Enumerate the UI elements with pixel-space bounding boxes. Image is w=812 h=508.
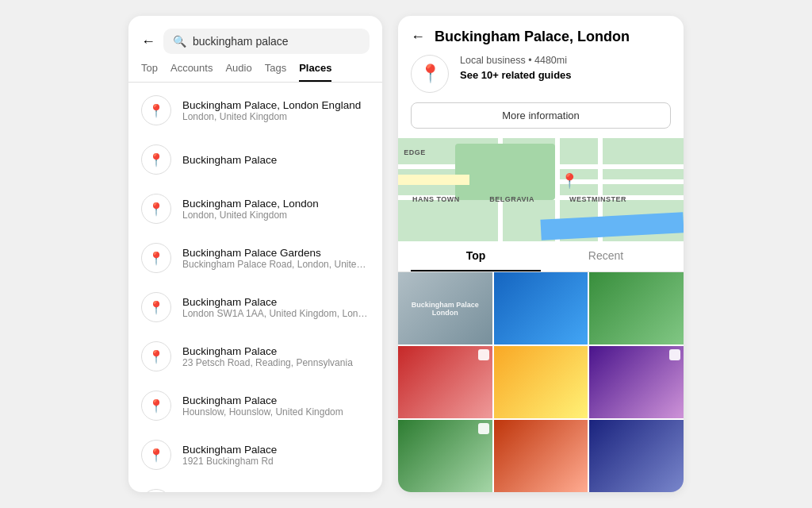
photo-inner — [494, 272, 588, 344]
list-item[interactable]: 📍Buckingham PalaceLondon SW1A 1AA, Unite… — [128, 283, 382, 332]
result-name: Buckingham Palace, London England — [182, 99, 370, 111]
result-text: Buckingham Palace GardensBuckingham Pala… — [182, 247, 370, 270]
tab-tags[interactable]: Tags — [265, 62, 286, 82]
place-title: Buckingham Palace, London — [435, 29, 630, 45]
detail-tabs: TopRecent — [398, 241, 684, 272]
tab-places[interactable]: Places — [299, 62, 331, 82]
result-name: Buckingham Palace, London — [182, 198, 370, 210]
location-icon-wrap: 📍 — [141, 489, 171, 492]
photo-inner: Buckingham Palace London — [398, 272, 492, 344]
location-icon-wrap: 📍 — [141, 243, 171, 273]
result-text: Buckingham Palace1921 Buckingham Rd — [182, 444, 370, 467]
result-subtitle: Buckingham Palace Road, London, United K… — [182, 259, 370, 270]
search-bar[interactable]: 🔍 buckingham palace — [163, 29, 370, 54]
tab-accounts[interactable]: Accounts — [170, 62, 213, 82]
photo-multi-icon — [478, 349, 489, 360]
photo-cell[interactable] — [589, 420, 684, 492]
photo-multi-icon — [478, 423, 489, 434]
map-label-edge: EDGE — [404, 148, 426, 156]
photo-cell[interactable] — [398, 346, 492, 418]
detail-tab-recent[interactable]: Recent — [541, 241, 671, 271]
photo-grid: Buckingham Palace London — [398, 272, 684, 492]
list-item[interactable]: 📍Buckingham Palace, LondonLondon, United… — [128, 184, 382, 233]
tab-audio[interactable]: Audio — [225, 62, 251, 82]
photo-cell[interactable] — [589, 272, 684, 344]
search-tabs: TopAccountsAudioTagsPlaces — [128, 54, 382, 83]
photo-cell[interactable]: Buckingham Palace London — [398, 272, 492, 344]
result-text: Buckingham PalaceLondon SW1A 1AA, United… — [182, 296, 370, 319]
photo-multi-icon — [669, 349, 680, 360]
app-container: ← 🔍 buckingham palace TopAccountsAudioTa… — [0, 0, 812, 508]
location-icon-wrap: 📍 — [141, 440, 171, 470]
photo-cell[interactable] — [494, 346, 588, 418]
location-icon-wrap: 📍 — [141, 95, 171, 125]
place-guides-link[interactable]: See 10+ related guides — [460, 69, 572, 81]
location-pin-icon: 📍 — [148, 448, 164, 463]
location-pin-icon: 📍 — [148, 349, 164, 364]
result-name: Buckingham Palace — [182, 296, 370, 308]
result-subtitle: London, United Kingdom — [182, 111, 370, 122]
place-map[interactable]: HANS TOWN BELGRAVIA WESTMINSTER EDGE 📍 — [398, 138, 684, 241]
result-subtitle: 23 Petsch Road, Reading, Pennsylvania — [182, 357, 370, 368]
location-pin-icon: 📍 — [148, 251, 164, 266]
map-label-belgravia: BELGRAVIA — [489, 195, 534, 203]
photo-inner — [589, 272, 684, 344]
list-item[interactable]: 📍Buckingham Palace GardensBuckingham Pal… — [128, 233, 382, 283]
place-pin-icon: 📍 — [419, 64, 441, 84]
photo-cell[interactable] — [494, 272, 588, 344]
place-detail-panel: ← Buckingham Palace, London 📍 Local busi… — [398, 16, 684, 492]
list-item[interactable]: 📍Buckingham Palace — [128, 135, 382, 184]
detail-back-button[interactable]: ← — [411, 29, 425, 45]
result-name: Buckingham Palace Gardens — [182, 247, 370, 259]
list-item[interactable]: 📍Buckingham Palace, London EnglandLondon… — [128, 86, 382, 135]
list-item[interactable]: 📍Buckingham PalaceBangkok, Thailand — [128, 479, 382, 492]
location-icon-wrap: 📍 — [141, 194, 171, 224]
map-background: HANS TOWN BELGRAVIA WESTMINSTER EDGE 📍 — [398, 138, 684, 241]
result-subtitle: London, United Kingdom — [182, 210, 370, 221]
location-pin-icon: 📍 — [148, 103, 164, 118]
map-label-westminster: WESTMINSTER — [569, 195, 626, 203]
location-icon-wrap: 📍 — [141, 144, 171, 175]
location-pin-icon: 📍 — [148, 152, 164, 167]
result-name: Buckingham Palace — [182, 345, 370, 357]
search-results-panel: ← 🔍 buckingham palace TopAccountsAudioTa… — [128, 16, 382, 492]
tab-top[interactable]: Top — [141, 62, 158, 82]
detail-tab-top[interactable]: Top — [411, 241, 541, 271]
results-list: 📍Buckingham Palace, London EnglandLondon… — [128, 83, 382, 492]
result-text: Buckingham PalaceHounslow, Hounslow, Uni… — [182, 394, 370, 418]
place-pin-icon-wrap: 📍 — [411, 55, 449, 93]
place-text-block: Local business • 4480mi See 10+ related … — [460, 55, 572, 81]
location-icon-wrap: 📍 — [141, 341, 171, 371]
photo-cell[interactable] — [589, 346, 684, 418]
result-text: Buckingham Palace, LondonLondon, United … — [182, 198, 370, 221]
more-info-button[interactable]: More information — [411, 102, 671, 129]
result-name: Buckingham Palace — [182, 394, 370, 406]
location-pin-icon: 📍 — [148, 398, 164, 414]
back-button[interactable]: ← — [141, 33, 155, 50]
search-icon: 🔍 — [173, 35, 186, 48]
photo-cell[interactable] — [494, 420, 588, 492]
result-text: Buckingham Palace23 Petsch Road, Reading… — [182, 345, 370, 368]
result-name: Buckingham Palace — [182, 444, 370, 456]
location-pin-icon: 📍 — [148, 300, 164, 315]
result-text: Buckingham Palace, London EnglandLondon,… — [182, 99, 370, 122]
detail-header: ← Buckingham Palace, London — [398, 16, 684, 55]
location-icon-wrap: 📍 — [141, 391, 171, 421]
list-item[interactable]: 📍Buckingham Palace23 Petsch Road, Readin… — [128, 332, 382, 381]
photo-inner — [589, 420, 684, 492]
result-subtitle: Hounslow, Hounslow, United Kingdom — [182, 406, 370, 418]
photo-cell[interactable] — [398, 420, 492, 492]
result-subtitle: London SW1A 1AA, United Kingdom, London.… — [182, 308, 370, 319]
photo-inner — [494, 420, 588, 492]
list-item[interactable]: 📍Buckingham Palace1921 Buckingham Rd — [128, 430, 382, 479]
place-info-row: 📍 Local business • 4480mi See 10+ relate… — [398, 55, 684, 102]
map-label-hans-town: HANS TOWN — [412, 195, 460, 203]
photo-label: Buckingham Palace London — [398, 299, 492, 318]
result-name: Buckingham Palace — [182, 154, 370, 166]
list-item[interactable]: 📍Buckingham PalaceHounslow, Hounslow, Un… — [128, 381, 382, 430]
result-subtitle: 1921 Buckingham Rd — [182, 456, 370, 467]
place-category: Local business • 4480mi — [460, 55, 572, 66]
search-query: buckingham palace — [193, 35, 289, 48]
map-location-pin: 📍 — [561, 172, 578, 190]
photo-inner — [494, 346, 588, 418]
